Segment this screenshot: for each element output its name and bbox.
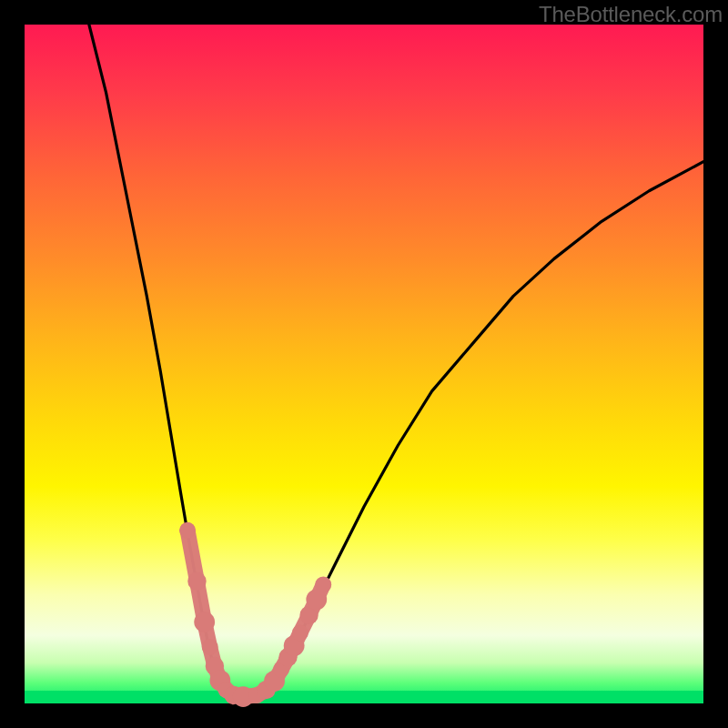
- marker-dot: [179, 522, 196, 539]
- data-markers: [179, 522, 331, 707]
- curve-lines: [89, 25, 703, 697]
- outer-frame: TheBottleneck.com: [0, 0, 728, 728]
- chart-svg: [25, 25, 703, 703]
- marker-dot: [292, 624, 308, 641]
- bottleneck-curve: [89, 25, 703, 697]
- marker-dot: [202, 639, 218, 655]
- plot-area: [25, 25, 703, 703]
- watermark-text: TheBottleneck.com: [539, 2, 723, 27]
- marker-dot: [187, 572, 206, 591]
- marker-dot: [315, 576, 331, 592]
- marker-dot: [194, 612, 215, 632]
